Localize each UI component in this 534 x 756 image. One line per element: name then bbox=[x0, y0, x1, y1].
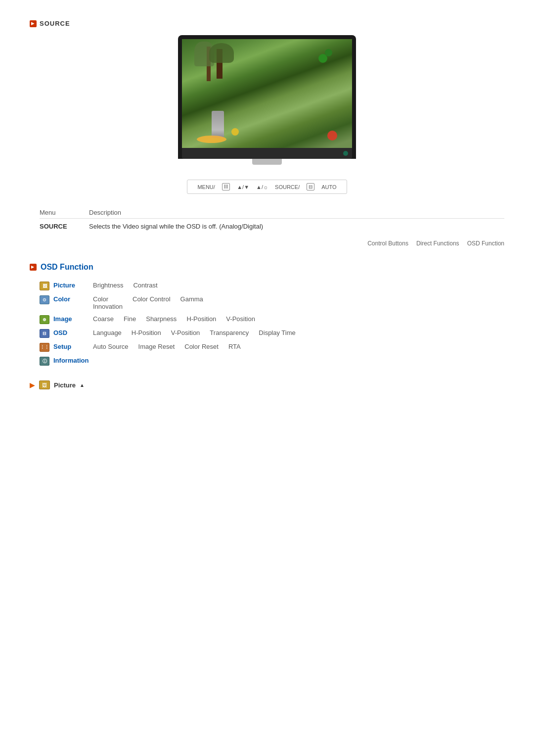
monitor-bottom-bar bbox=[182, 148, 352, 159]
monitor-screen bbox=[182, 39, 352, 148]
picture-icon: 🖼 bbox=[40, 282, 49, 290]
osd-sub-color-reset[interactable]: Color Reset bbox=[184, 343, 219, 350]
osd-sub-sharpness[interactable]: Sharpness bbox=[146, 315, 177, 323]
table-menu-source: SOURCE bbox=[40, 223, 89, 230]
ctrl-auto-label: AUTO bbox=[321, 184, 336, 190]
osd-sub-v-position-osd[interactable]: V-Position bbox=[171, 329, 200, 336]
monitor bbox=[178, 35, 356, 159]
osd-label-color[interactable]: Color bbox=[53, 295, 93, 303]
controls-bar-container: MENU/ III ▲/▼ ▲/☼ SOURCE/ ⊟ AUTO bbox=[30, 180, 504, 194]
table-data-row: SOURCE Selects the Video signal while th… bbox=[40, 223, 504, 230]
osd-table: 🖼 Picture Brightness Contrast ⊙ Color Co… bbox=[40, 282, 504, 366]
osd-sub-h-position-osd[interactable]: H-Position bbox=[132, 329, 161, 336]
osd-section-arrow-icon bbox=[30, 264, 37, 271]
osd-sub-rta[interactable]: RTA bbox=[228, 343, 241, 350]
table-header-row: Menu Description bbox=[40, 209, 504, 219]
osd-sub-coarse[interactable]: Coarse bbox=[93, 315, 114, 323]
ctrl-brightness-icon: ▲/☼ bbox=[256, 184, 268, 190]
controls-bar: MENU/ III ▲/▼ ▲/☼ SOURCE/ ⊟ AUTO bbox=[187, 180, 347, 194]
osd-submenu-osd: Language H-Position V-Position Transpare… bbox=[93, 329, 296, 336]
osd-sub-color-innovation[interactable]: ColorInnovation bbox=[93, 295, 123, 310]
picture-footer-arrow-icon: ▶ bbox=[30, 381, 35, 389]
osd-submenu-color: ColorInnovation Color Control Gamma bbox=[93, 295, 203, 310]
setup-icon: ⋮⋮ bbox=[40, 343, 49, 352]
osd-row-image: ⊕ Image Coarse Fine Sharpness H-Position… bbox=[40, 315, 504, 324]
monitor-container bbox=[30, 35, 504, 165]
monitor-stand bbox=[178, 159, 356, 165]
source-arrow-icon bbox=[30, 20, 37, 27]
osd-row-color: ⊙ Color ColorInnovation Color Control Ga… bbox=[40, 295, 504, 310]
osd-label-picture[interactable]: Picture bbox=[53, 282, 93, 289]
osd-submenu-image: Coarse Fine Sharpness H-Position V-Posit… bbox=[93, 315, 255, 323]
osd-sub-color-control[interactable]: Color Control bbox=[133, 295, 171, 310]
osd-submenu-picture: Brightness Contrast bbox=[93, 282, 158, 289]
table-desc-source: Selects the Video signal while the OSD i… bbox=[89, 223, 263, 230]
ctrl-nav-arrows: ▲/▼ bbox=[237, 184, 249, 190]
picture-footer: ▶ 🖼 Picture ▲ bbox=[30, 380, 504, 389]
osd-sub-display-time[interactable]: Display Time bbox=[259, 329, 295, 336]
ctrl-source-label: SOURCE/ bbox=[275, 184, 300, 190]
source-label: SOURCE bbox=[40, 20, 70, 27]
osd-label-osd[interactable]: OSD bbox=[53, 329, 93, 336]
picture-footer-label[interactable]: Picture bbox=[54, 381, 76, 389]
osd-sub-image-reset[interactable]: Image Reset bbox=[138, 343, 175, 350]
osd-row-osd: ⊟ OSD Language H-Position V-Position Tra… bbox=[40, 329, 504, 338]
osd-row-information: ⓘ Information bbox=[40, 357, 504, 366]
table-header-menu: Menu bbox=[40, 209, 89, 216]
osd-sub-brightness[interactable]: Brightness bbox=[93, 282, 123, 289]
nav-tabs: Control Buttons Direct Functions OSD Fun… bbox=[30, 240, 504, 248]
monitor-power-dot bbox=[343, 151, 348, 156]
table-header-desc: Description bbox=[89, 209, 121, 216]
osd-sub-transparency[interactable]: Transparency bbox=[210, 329, 249, 336]
osd-function-section: OSD Function 🖼 Picture Brightness Contra… bbox=[30, 263, 504, 366]
osd-sub-h-position-image[interactable]: H-Position bbox=[186, 315, 216, 323]
ctrl-box-icon: III bbox=[222, 183, 230, 190]
osd-section-title: OSD Function bbox=[41, 263, 93, 272]
tab-control-buttons[interactable]: Control Buttons bbox=[367, 240, 408, 248]
osd-sub-language[interactable]: Language bbox=[93, 329, 122, 336]
osd-submenu-setup: Auto Source Image Reset Color Reset RTA bbox=[93, 343, 241, 350]
osd-label-information[interactable]: Information bbox=[53, 357, 93, 364]
tab-osd-function[interactable]: OSD Function bbox=[467, 240, 504, 248]
picture-footer-image-icon: 🖼 bbox=[39, 380, 50, 389]
osd-sub-auto-source[interactable]: Auto Source bbox=[93, 343, 129, 350]
osd-sub-contrast[interactable]: Contrast bbox=[133, 282, 157, 289]
osd-label-image[interactable]: Image bbox=[53, 315, 93, 323]
information-icon: ⓘ bbox=[40, 357, 49, 366]
image-icon: ⊕ bbox=[40, 315, 49, 324]
color-icon: ⊙ bbox=[40, 295, 49, 304]
osd-row-setup: ⋮⋮ Setup Auto Source Image Reset Color R… bbox=[40, 343, 504, 352]
osd-sub-fine[interactable]: Fine bbox=[124, 315, 136, 323]
osd-label-setup[interactable]: Setup bbox=[53, 343, 93, 350]
osd-row-picture: 🖼 Picture Brightness Contrast bbox=[40, 282, 504, 290]
ctrl-menu-label: MENU/ bbox=[197, 184, 215, 190]
osd-section-header: OSD Function bbox=[30, 263, 504, 272]
osd-sub-v-position-image[interactable]: V-Position bbox=[226, 315, 255, 323]
picture-footer-up-arrow-icon: ▲ bbox=[80, 382, 85, 388]
tab-direct-functions[interactable]: Direct Functions bbox=[416, 240, 459, 248]
source-header: SOURCE bbox=[30, 20, 504, 27]
osd-sub-gamma[interactable]: Gamma bbox=[180, 295, 203, 310]
ctrl-source-box: ⊟ bbox=[307, 183, 314, 190]
osd-icon: ⊟ bbox=[40, 329, 49, 338]
table-section: Menu Description SOURCE Selects the Vide… bbox=[30, 209, 504, 230]
